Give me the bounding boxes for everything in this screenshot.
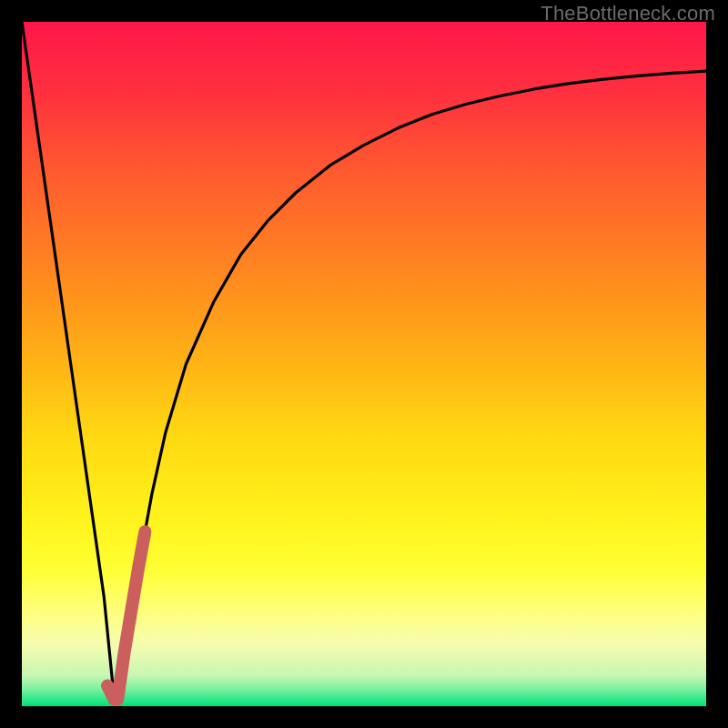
watermark-text: TheBottleneck.com (541, 2, 715, 25)
plot-area (22, 22, 706, 706)
chart-svg (22, 22, 706, 706)
chart-frame: TheBottleneck.com (0, 0, 728, 728)
gradient-background (22, 22, 706, 706)
